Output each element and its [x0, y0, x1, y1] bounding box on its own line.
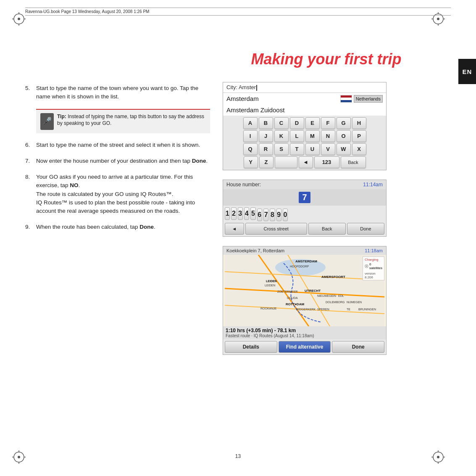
map-done-button[interactable]: Done [332, 341, 384, 353]
key-8[interactable]: 8 [270, 209, 275, 221]
key-F[interactable]: F [321, 117, 335, 129]
house-panel-header: House number: 11:14am [223, 180, 386, 189]
key-6[interactable]: 6 [257, 209, 262, 221]
house-bottom-row: ◄ Cross street Back Done [223, 223, 386, 236]
page-number: 13 [235, 453, 241, 459]
step-7-num: 7. [25, 157, 36, 165]
keyboard-header: City: Amster [223, 82, 386, 93]
key-N[interactable]: N [321, 130, 335, 142]
key-D[interactable]: D [290, 117, 304, 129]
keyboard-row-1: A B C D E F G H [225, 117, 384, 129]
city-results: Amsterdam Netherlands Amsterdam Zuidoost [223, 93, 386, 116]
map-route-text: 1:10 hrs (+3.05 min) - 78.1 km [226, 328, 384, 333]
key-Y[interactable]: Y [244, 156, 258, 168]
step-8-text: Your GO asks if you need to arrive at a … [36, 173, 210, 215]
map-panel-header: Koekkoekplein 7, Rotterdam 11:18am [223, 246, 386, 255]
map-time: 11:18am [365, 248, 383, 253]
svg-text:TE: TE [347, 308, 350, 311]
svg-text:AMERSFOORT: AMERSFOORT [321, 275, 345, 279]
map-buttons: Details Find alternative Done [223, 339, 386, 354]
city-result-zuidoost[interactable]: Amsterdam Zuidoost [223, 104, 386, 116]
house-back-button[interactable]: Back [308, 223, 346, 235]
key-7[interactable]: 7 [263, 209, 268, 221]
key-V[interactable]: V [321, 143, 335, 155]
keyboard-grid: A B C D E F G H I J K L M N O P Q R [223, 116, 386, 170]
header-text: Ravenna-UG.book Page 13 Wednesday, Augus… [25, 9, 149, 14]
svg-text:HOOFDDORP: HOOFDDORP [290, 265, 309, 268]
svg-point-19 [437, 456, 439, 458]
key-E[interactable]: E [305, 117, 320, 129]
numpad-grid: 1 2 3 4 5 6 7 8 9 0 [223, 206, 386, 223]
key-T[interactable]: T [290, 143, 304, 155]
key-C[interactable]: C [274, 117, 289, 129]
house-back-key[interactable]: ◄ [225, 223, 244, 235]
house-display: 7 [223, 189, 386, 206]
step-6-num: 6. [25, 141, 36, 149]
key-U[interactable]: U [305, 143, 320, 155]
map-details-button[interactable]: Details [225, 341, 277, 353]
header-bar: Ravenna-UG.book Page 13 Wednesday, Augus… [25, 8, 451, 16]
map-route-sub: Fastest route · IQ Routes (August 14, 11… [226, 333, 384, 338]
charging-status: Charging [365, 258, 382, 262]
key-H[interactable]: H [352, 117, 366, 129]
map-area: AMSTERDAM HOOFDDORP LEIDEN LEIDEN AMERSF… [223, 255, 386, 326]
key-B[interactable]: B [259, 117, 273, 129]
flag-container: Netherlands [340, 95, 383, 103]
step-5-text: Start to type the name of the town where… [36, 84, 210, 101]
map-address: Koekkoekplein 7, Rotterdam [226, 248, 284, 253]
key-1[interactable]: 1 [225, 207, 230, 220]
key-space[interactable] [275, 156, 297, 168]
svg-text:ROTT♦DAM: ROTT♦DAM [286, 302, 304, 306]
key-5[interactable]: 5 [250, 207, 255, 220]
key-K[interactable]: K [274, 130, 289, 142]
key-L[interactable]: L [290, 130, 304, 142]
step-8-num: 8. [25, 173, 36, 215]
keyboard-row-2: I J K L M N O P [225, 130, 384, 142]
key-backspace[interactable]: ◄ [299, 156, 313, 168]
svg-point-13 [18, 456, 20, 458]
city-result-amsterdam[interactable]: Amsterdam Netherlands [223, 93, 386, 104]
key-Z[interactable]: Z [259, 156, 274, 168]
key-J[interactable]: J [259, 130, 273, 142]
key-X[interactable]: X [352, 143, 366, 155]
key-I[interactable]: I [243, 130, 258, 142]
svg-text:BRUNINGEN: BRUNINGEN [358, 308, 376, 311]
key-R[interactable]: R [259, 143, 273, 155]
city-label: City: Amster [226, 84, 257, 91]
key-4[interactable]: 4 [244, 207, 249, 220]
svg-point-50 [366, 265, 367, 267]
tip-label: Tip: [57, 114, 66, 119]
house-label: House number: [226, 182, 261, 188]
key-O[interactable]: O [337, 130, 351, 142]
svg-text:ZOETERMEER: ZOETERMEER [277, 290, 298, 293]
svg-point-7 [437, 18, 439, 20]
map-svg: AMSTERDAM HOOFDDORP LEIDEN LEIDEN AMERSF… [223, 255, 386, 326]
top-left-reg-mark [11, 11, 27, 27]
key-3[interactable]: 3 [238, 207, 243, 220]
key-M[interactable]: M [305, 130, 320, 142]
svg-text:LEIDEN: LEIDEN [265, 284, 275, 287]
key-A[interactable]: A [243, 117, 258, 129]
map-find-alt-button[interactable]: Find alternative [279, 341, 331, 353]
step-6: 6. Start to type the name of the street … [25, 141, 210, 149]
key-Q[interactable]: Q [243, 143, 258, 155]
key-9[interactable]: 9 [276, 209, 281, 221]
house-time: 11:14am [363, 182, 383, 188]
step-5: 5. Start to type the name of the town wh… [25, 84, 210, 101]
house-crossstreet-key[interactable]: Cross street [245, 223, 307, 235]
svg-text:EDL: EDL [338, 294, 344, 297]
key-123[interactable]: 123 [314, 156, 339, 168]
keyboard-panel: City: Amster Amsterdam Netherlands Amste… [223, 82, 387, 170]
key-W[interactable]: W [337, 143, 351, 155]
house-done-button[interactable]: Done [347, 223, 384, 235]
netherlands-flag [340, 95, 352, 103]
en-tab: EN [458, 59, 476, 84]
key-2[interactable]: 2 [231, 207, 236, 220]
keyboard-row-3: Q R S T U V W X [225, 143, 384, 155]
key-S[interactable]: S [274, 143, 289, 155]
key-0[interactable]: 0 [283, 209, 288, 221]
key-back[interactable]: Back [341, 156, 366, 168]
key-P[interactable]: P [352, 130, 366, 142]
flag-button[interactable]: Netherlands [354, 95, 383, 103]
key-G[interactable]: G [337, 117, 351, 129]
